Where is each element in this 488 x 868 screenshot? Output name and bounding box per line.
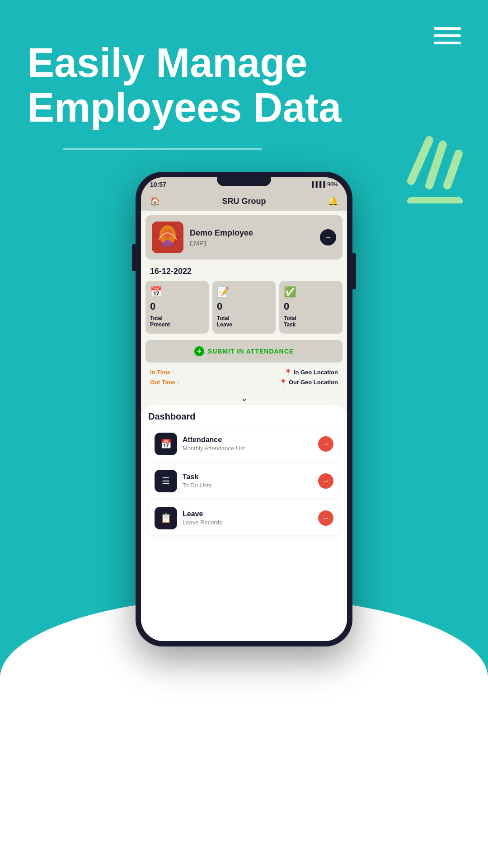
leave-value: 0 (217, 301, 222, 312)
menu-item-task[interactable]: ☰ Task To Do Lists → (148, 464, 340, 498)
status-icons: ▐▐▐▐ 98% (310, 181, 338, 188)
out-geo-label[interactable]: 📍 Out Geo Location (279, 379, 338, 386)
attendance-subtitle: Monthly Attendance List (183, 445, 313, 452)
leave-menu-icon: 📋 (155, 507, 177, 529)
in-time-row: In Time : 📍 In Geo Location (150, 369, 338, 376)
task-subtitle: To Do Lists (183, 482, 313, 489)
task-arrow[interactable]: → (318, 473, 333, 489)
app-content: 🏠 SRU Group 🔔 (141, 192, 347, 641)
task-icon: ✅ (284, 286, 296, 298)
current-date: 16-12-2022 (150, 267, 192, 276)
in-geo-label[interactable]: 📍 In Geo Location (284, 369, 338, 376)
calendar-icon: 📅 (150, 286, 162, 298)
dashboard-title: Dashboard (148, 411, 340, 422)
svg-point-6 (163, 230, 172, 239)
dashboard-section: Dashboard 📅 Attendance Monthly Attendanc… (141, 405, 347, 641)
deco-lines (384, 113, 474, 203)
leave-subtitle: Leave Records (183, 519, 313, 526)
phone-notch (217, 177, 271, 186)
app-title: SRU Group (222, 197, 266, 206)
employee-name: Demo Employee (190, 228, 314, 238)
task-menu-icon: ☰ (155, 470, 177, 492)
employee-info: Demo Employee EMP1 (190, 228, 314, 247)
attendance-info: Attendance Monthly Attendance List (183, 436, 313, 452)
leave-label: TotalLeave (217, 315, 232, 328)
divider (63, 148, 262, 150)
out-time-label: Out Time : (150, 379, 179, 386)
home-icon[interactable]: 🏠 (150, 196, 160, 206)
in-time-label: In Time : (150, 369, 174, 376)
task-info: Task To Do Lists (183, 473, 313, 489)
attendance-arrow[interactable]: → (318, 436, 333, 452)
task-value: 0 (284, 301, 289, 312)
phone-mockup: 10:57 ▐▐▐▐ 98% 🏠 SRU Group 🔔 (136, 172, 352, 646)
employee-card[interactable]: Demo Employee EMP1 → (145, 215, 343, 259)
battery-icon: 98% (327, 181, 338, 188)
signal-icon: ▐▐▐▐ (310, 181, 325, 188)
status-time: 10:57 (150, 181, 166, 188)
app-nav: 🏠 SRU Group 🔔 (141, 192, 347, 211)
svg-line-0 (411, 140, 429, 181)
out-time-row: Out Time : 📍 Out Geo Location (150, 379, 338, 386)
geo-in-icon: 📍 (284, 369, 292, 376)
menu-item-attendance[interactable]: 📅 Attendance Monthly Attendance List → (148, 427, 340, 461)
attendance-icon: 📅 (155, 433, 177, 455)
geo-out-icon: 📍 (279, 379, 287, 386)
present-value: 0 (150, 301, 155, 312)
svg-line-1 (429, 145, 443, 185)
phone-screen: 10:57 ▐▐▐▐ 98% 🏠 SRU Group 🔔 (141, 177, 347, 641)
svg-line-2 (447, 154, 459, 185)
date-section: 16-12-2022 (141, 264, 347, 278)
stat-leave: 📝 0 TotalLeave (212, 281, 276, 334)
hamburger-menu[interactable] (434, 27, 461, 44)
submit-attendance-button[interactable]: + SUBMIT IN ATTENDANCE (145, 340, 343, 363)
attendance-title: Attendance (183, 436, 313, 444)
present-label: TotalPresent (150, 315, 170, 328)
leave-title: Leave (183, 510, 313, 518)
submit-btn-label: SUBMIT IN ATTENDANCE (208, 348, 294, 355)
chevron-down-icon[interactable]: ⌄ (141, 392, 347, 405)
task-title: Task (183, 473, 313, 481)
employee-arrow-button[interactable]: → (320, 229, 336, 245)
plus-icon: + (194, 346, 204, 356)
leave-info: Leave Leave Records (183, 510, 313, 526)
task-label: TotalTask (284, 315, 296, 328)
avatar (152, 222, 183, 253)
time-section: In Time : 📍 In Geo Location Out Time : 📍… (141, 366, 347, 392)
stat-task: ✅ 0 TotalTask (279, 281, 343, 334)
stat-present: 📅 0 TotalPresent (145, 281, 209, 334)
hero-title: Easily Manage Employees Data (27, 41, 343, 130)
bell-icon[interactable]: 🔔 (328, 196, 338, 206)
phone-outer: 10:57 ▐▐▐▐ 98% 🏠 SRU Group 🔔 (136, 172, 352, 646)
stats-row: 📅 0 TotalPresent 📝 0 TotalLeave ✅ 0 Tota… (145, 281, 343, 334)
leave-arrow[interactable]: → (318, 510, 333, 526)
leave-icon: 📝 (217, 286, 229, 298)
menu-item-leave[interactable]: 📋 Leave Leave Records → (148, 501, 340, 535)
employee-id: EMP1 (190, 240, 314, 247)
